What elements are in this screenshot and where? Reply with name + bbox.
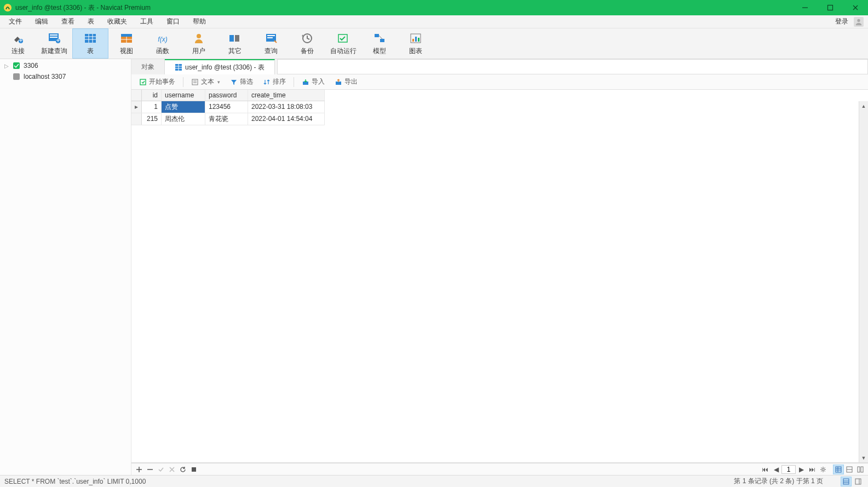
svg-rect-36: [415, 37, 417, 42]
cell-create-time[interactable]: 2022-04-01 14:54:04: [248, 113, 325, 125]
scroll-up-icon[interactable]: ▲: [859, 101, 868, 111]
svg-rect-63: [855, 479, 861, 484]
page-settings-button[interactable]: [818, 465, 829, 474]
vertical-scrollbar[interactable]: ▲ ▼: [859, 101, 868, 462]
refresh-button[interactable]: [177, 465, 188, 474]
menu-window[interactable]: 窗口: [160, 15, 186, 28]
svg-rect-13: [85, 34, 96, 43]
ribbon-query[interactable]: 查询: [253, 28, 289, 59]
cell-password[interactable]: 123456: [205, 101, 248, 113]
ribbon-function[interactable]: f(x) 函数: [145, 28, 181, 59]
table-row[interactable]: 215 周杰伦 青花瓷 2022-04-01 14:54:04: [131, 113, 325, 125]
data-grid[interactable]: id username password create_time ▸ 1 点赞 …: [131, 90, 325, 125]
filter-icon: [230, 78, 238, 86]
table-row[interactable]: ▸ 1 点赞 123456 2022-03-31 18:08:03: [131, 101, 325, 113]
cell-id[interactable]: 1: [142, 101, 162, 113]
apply-button[interactable]: [156, 465, 166, 474]
new-query-icon: +: [47, 32, 62, 45]
form-view-button[interactable]: [844, 465, 855, 474]
menu-tools[interactable]: 工具: [134, 15, 160, 28]
svg-rect-52: [836, 467, 841, 472]
ribbon-autorun[interactable]: 自动运行: [325, 28, 361, 59]
login-button[interactable]: 登录: [832, 15, 852, 28]
svg-point-51: [822, 468, 824, 471]
svg-rect-24: [229, 35, 234, 42]
begin-tx-icon: [139, 78, 147, 86]
minimize-button[interactable]: [792, 0, 818, 15]
avatar-icon[interactable]: [854, 17, 864, 27]
status-panel-toggle[interactable]: [853, 477, 864, 486]
col-header-create-time[interactable]: create_time: [248, 90, 325, 101]
status-record-info: 第 1 条记录 (共 2 条) 于第 1 页: [734, 477, 823, 486]
prev-page-button[interactable]: ◀: [771, 465, 781, 474]
svg-rect-44: [140, 79, 146, 85]
stop-button[interactable]: [188, 465, 199, 474]
db-inactive-icon: [13, 73, 20, 80]
tab-search-input[interactable]: [277, 59, 868, 74]
ribbon-backup[interactable]: 备份: [289, 28, 325, 59]
text-button[interactable]: 文本▾: [187, 76, 225, 88]
ribbon-view[interactable]: 视图: [108, 28, 145, 59]
maximize-button[interactable]: [818, 0, 843, 15]
svg-rect-32: [380, 39, 384, 42]
scroll-down-icon[interactable]: ▼: [859, 453, 868, 462]
sort-button[interactable]: 排序: [258, 76, 290, 88]
tab-user-info[interactable]: user_info @test (3306) - 表: [165, 59, 275, 75]
add-record-button[interactable]: [134, 465, 145, 474]
delete-record-button[interactable]: [145, 465, 156, 474]
text-icon: [191, 78, 199, 86]
cell-username[interactable]: 点赞: [162, 101, 205, 113]
svg-rect-50: [192, 467, 196, 472]
ribbon-connection[interactable]: + 连接: [0, 28, 36, 59]
ribbon-chart[interactable]: 图表: [398, 28, 434, 59]
cell-id[interactable]: 215: [142, 113, 162, 125]
svg-text:+: +: [56, 37, 60, 44]
filter-button[interactable]: 筛选: [226, 76, 257, 88]
menu-file[interactable]: 文件: [2, 15, 28, 28]
menu-edit[interactable]: 编辑: [28, 15, 55, 28]
ribbon-new-query[interactable]: + 新建查询: [36, 28, 72, 59]
cancel-button[interactable]: [166, 465, 177, 474]
sidebar: ▷ 3306 localhost 3307: [0, 59, 131, 475]
titlebar: user_info @test (3306) - 表 - Navicat Pre…: [0, 0, 868, 15]
menubar: 文件 编辑 查看 表 收藏夹 工具 窗口 帮助 登录: [0, 15, 868, 28]
menu-help[interactable]: 帮助: [186, 15, 212, 28]
col-header-password[interactable]: password: [205, 90, 248, 101]
svg-rect-31: [375, 34, 379, 37]
import-button[interactable]: 导入: [297, 76, 329, 88]
ribbon-user[interactable]: 用户: [181, 28, 217, 59]
tab-objects[interactable]: 对象: [131, 59, 165, 74]
status-grid-toggle[interactable]: [841, 477, 852, 486]
first-page-button[interactable]: ⏮: [760, 465, 771, 474]
statusbar: SELECT * FROM `test`.`user_info` LIMIT 0…: [0, 475, 868, 487]
col-header-username[interactable]: username: [162, 90, 205, 101]
col-header-id[interactable]: id: [142, 90, 162, 101]
grid-view-button[interactable]: [833, 465, 844, 474]
svg-text:+: +: [19, 37, 22, 44]
svg-rect-58: [858, 467, 860, 472]
detail-view-button[interactable]: [855, 465, 866, 474]
menu-table[interactable]: 表: [81, 15, 101, 28]
page-input[interactable]: [781, 465, 796, 474]
close-button[interactable]: [843, 0, 868, 15]
last-page-button[interactable]: ⏭: [807, 465, 818, 474]
connection-3306[interactable]: ▷ 3306: [0, 60, 131, 71]
model-icon: [372, 32, 387, 45]
tab-label: user_info @test (3306) - 表: [185, 63, 265, 72]
next-page-button[interactable]: ▶: [796, 465, 807, 474]
ribbon-table[interactable]: 表: [72, 28, 108, 59]
autorun-icon: [336, 32, 351, 45]
ribbon-other[interactable]: 其它: [217, 28, 253, 59]
connection-localhost-3307[interactable]: localhost 3307: [0, 71, 131, 82]
cell-create-time[interactable]: 2022-03-31 18:08:03: [248, 101, 325, 113]
export-button[interactable]: 导出: [330, 76, 362, 88]
table-icon: [83, 32, 98, 45]
tabs: 对象 user_info @test (3306) - 表: [131, 59, 868, 74]
cell-password[interactable]: 青花瓷: [205, 113, 248, 125]
menu-fav[interactable]: 收藏夹: [101, 15, 134, 28]
expander-icon[interactable]: ▷: [4, 63, 9, 69]
cell-username[interactable]: 周杰伦: [162, 113, 205, 125]
begin-transaction-button[interactable]: 开始事务: [135, 76, 180, 88]
menu-view[interactable]: 查看: [55, 15, 81, 28]
ribbon-model[interactable]: 模型: [361, 28, 398, 59]
